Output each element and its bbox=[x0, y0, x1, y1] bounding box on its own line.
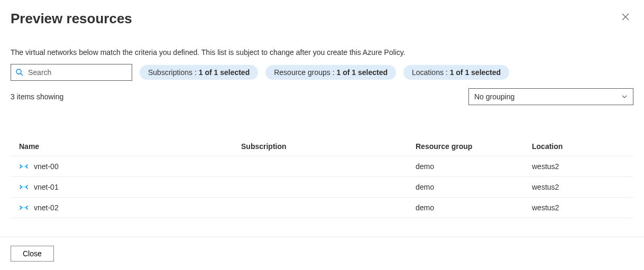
filter-subscriptions[interactable]: Subscriptions : 1 of 1 selected bbox=[140, 65, 258, 80]
filter-locations[interactable]: Locations : 1 of 1 selected bbox=[403, 65, 509, 80]
cell-name: vnet-02 bbox=[34, 203, 59, 212]
filter-locations-value: 1 of 1 selected bbox=[450, 68, 501, 77]
grouping-dropdown[interactable]: No grouping bbox=[468, 88, 633, 105]
column-header-name[interactable]: Name bbox=[19, 142, 241, 151]
filter-resource-groups[interactable]: Resource groups : 1 of 1 selected bbox=[265, 65, 396, 80]
column-header-resource-group[interactable]: Resource group bbox=[416, 142, 532, 151]
close-icon[interactable] bbox=[618, 11, 633, 24]
table-row[interactable]: vnet-02 demo westus2 bbox=[11, 198, 633, 218]
filter-subscriptions-prefix: Subscriptions : bbox=[148, 68, 199, 77]
cell-name: vnet-00 bbox=[34, 162, 59, 171]
svg-point-5 bbox=[24, 187, 25, 188]
chevron-down-icon bbox=[621, 94, 628, 100]
svg-point-7 bbox=[24, 207, 25, 208]
cell-resource-group: demo bbox=[416, 203, 532, 212]
svg-point-0 bbox=[16, 69, 21, 74]
vnet-icon bbox=[19, 203, 29, 212]
search-input-wrapper[interactable] bbox=[11, 64, 132, 81]
cell-location: westus2 bbox=[532, 162, 625, 171]
items-count-text: 3 items showing bbox=[11, 92, 63, 101]
table-row[interactable]: vnet-00 demo westus2 bbox=[11, 156, 633, 177]
close-button[interactable]: Close bbox=[11, 246, 54, 262]
table-row[interactable]: vnet-01 demo westus2 bbox=[11, 177, 633, 198]
svg-point-3 bbox=[24, 166, 25, 167]
filter-locations-prefix: Locations : bbox=[412, 68, 450, 77]
table-header: Name Subscription Resource group Locatio… bbox=[11, 137, 633, 156]
vnet-icon bbox=[19, 162, 29, 171]
vnet-icon bbox=[19, 182, 29, 192]
search-input[interactable] bbox=[24, 68, 127, 77]
filter-subscriptions-value: 1 of 1 selected bbox=[199, 68, 250, 77]
cell-location: westus2 bbox=[532, 183, 625, 191]
svg-point-6 bbox=[22, 207, 23, 208]
svg-line-1 bbox=[21, 73, 23, 76]
cell-resource-group: demo bbox=[416, 183, 532, 191]
column-header-subscription[interactable]: Subscription bbox=[241, 142, 416, 151]
cell-name: vnet-01 bbox=[34, 183, 59, 191]
cell-resource-group: demo bbox=[416, 162, 532, 171]
filter-resource-groups-prefix: Resource groups : bbox=[274, 68, 336, 77]
page-title: Preview resources bbox=[11, 11, 132, 27]
search-icon bbox=[15, 68, 24, 77]
cell-location: westus2 bbox=[532, 203, 625, 212]
description-text: The virtual networks below match the cri… bbox=[11, 48, 633, 57]
footer: Close bbox=[0, 237, 644, 270]
svg-point-2 bbox=[22, 166, 23, 167]
grouping-selected-label: No grouping bbox=[474, 92, 514, 101]
results-table: Name Subscription Resource group Locatio… bbox=[11, 137, 633, 218]
column-header-location[interactable]: Location bbox=[532, 142, 625, 151]
svg-point-4 bbox=[22, 187, 23, 188]
filter-resource-groups-value: 1 of 1 selected bbox=[337, 68, 388, 77]
